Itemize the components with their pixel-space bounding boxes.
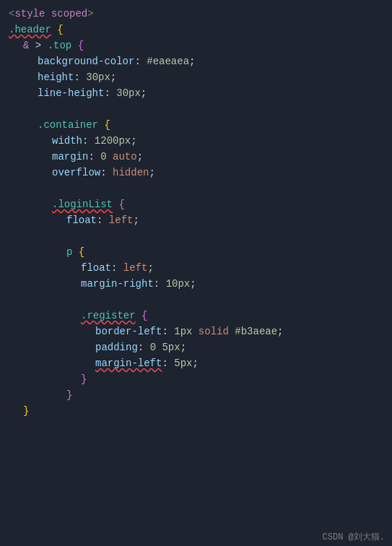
code-line	[0, 230, 392, 246]
token-number: 0	[100, 151, 106, 162]
token-keyword: style	[14, 8, 45, 20]
token-white	[71, 40, 77, 51]
code-line: margin-right: 10px;	[0, 277, 392, 293]
token-property: width	[52, 135, 82, 147]
code-line: .container {	[0, 118, 392, 134]
editor: <style scoped>.header {& > .top {backgro…	[0, 0, 392, 546]
token-punct: ;	[147, 262, 153, 274]
code-line: width: 1200px;	[0, 134, 392, 150]
code-line: }	[0, 373, 392, 389]
token-punct: :	[154, 278, 166, 290]
code-line: padding: 0 5px;	[0, 341, 392, 357]
token-angle: <	[9, 8, 14, 20]
token-punct: :	[162, 326, 174, 337]
code-line: float: left;	[0, 261, 392, 277]
code-line: .register {	[0, 309, 392, 325]
token-white	[229, 326, 235, 337]
code-line: margin-left: 5px;	[0, 357, 392, 373]
token-white	[29, 40, 35, 51]
bottom-bar-text: CSDN @刘大猫.	[323, 532, 385, 542]
token-punct: :	[134, 56, 147, 67]
bottom-bar: CSDN @刘大猫.	[315, 528, 392, 546]
token-punct: ;	[277, 326, 283, 337]
token-number: 30px	[116, 87, 141, 99]
token-selector-wavy: .register	[81, 310, 136, 321]
token-white	[107, 151, 113, 162]
token-punct: :	[97, 214, 109, 226]
code-line: .loginList {	[0, 198, 392, 214]
token-hash: #b3aeae	[235, 326, 277, 337]
token-punct: :	[162, 358, 174, 369]
token-brace3: {	[104, 119, 110, 131]
token-property: padding	[95, 342, 138, 353]
code-line: & > .top {	[0, 39, 392, 55]
token-selector-wavy: .loginList	[52, 199, 113, 210]
code-line: }	[0, 389, 392, 404]
token-value: left	[109, 214, 134, 226]
token-property: float	[81, 262, 111, 274]
token-selector-wavy: .header	[9, 24, 51, 35]
token-punct: ;	[141, 87, 147, 99]
token-number: 10px	[166, 278, 191, 290]
token-white	[136, 310, 141, 321]
token-value: solid	[199, 326, 229, 337]
token-punct: >	[35, 40, 48, 51]
token-property-wavy: margin-left	[95, 358, 162, 369]
token-punct: ;	[180, 342, 186, 353]
token-brace-close: }	[66, 389, 72, 401]
code-line: <style scoped>	[0, 7, 392, 23]
code-line: p {	[0, 246, 392, 261]
token-selector: .container	[38, 119, 98, 131]
code-line	[0, 103, 392, 118]
token-number: 5px	[174, 358, 192, 369]
token-value: hidden	[113, 167, 149, 178]
token-brace5: {	[79, 246, 84, 258]
token-brace-close2: }	[23, 405, 29, 417]
code-line	[0, 293, 392, 309]
token-punct: ;	[131, 135, 136, 147]
token-punct: :	[111, 262, 123, 274]
token-brace4: {	[118, 199, 124, 210]
token-punct: :	[100, 167, 113, 178]
token-property: margin-right	[81, 278, 154, 290]
code-line: overflow: hidden;	[0, 166, 392, 182]
code-line: height: 30px;	[0, 71, 392, 87]
token-white	[72, 246, 78, 258]
token-punct: :	[74, 72, 86, 83]
token-property: overflow	[52, 167, 100, 178]
code-line: border-left: 1px solid #b3aeae;	[0, 325, 392, 341]
code-line: line-height: 30px;	[0, 87, 392, 103]
token-hash: #eaeaea	[147, 56, 189, 67]
token-number: 30px	[86, 72, 110, 83]
token-punct: :	[82, 135, 95, 147]
token-brace1: {	[57, 24, 63, 35]
token-punct: ;	[137, 151, 143, 162]
token-punct: ;	[190, 278, 196, 290]
token-white	[51, 24, 57, 35]
token-ampersand: &	[23, 40, 29, 51]
code-line: margin: 0 auto;	[0, 150, 392, 166]
token-number: 1200px	[95, 135, 131, 147]
code-line: }	[0, 404, 392, 420]
token-property: height	[38, 72, 74, 83]
token-property: background-color	[38, 56, 134, 67]
token-white	[156, 342, 162, 353]
token-property: margin	[52, 151, 88, 162]
token-punct: ;	[133, 214, 139, 226]
token-brace2: {	[78, 40, 84, 51]
token-punct: :	[104, 87, 116, 99]
token-brace-close: }	[81, 373, 87, 385]
token-number: 1px	[174, 326, 192, 337]
token-property: border-left	[95, 326, 162, 337]
token-punct: ;	[149, 167, 154, 178]
token-white	[192, 326, 198, 337]
token-punct: :	[138, 342, 150, 353]
token-punct: ;	[192, 358, 198, 369]
token-white	[45, 8, 51, 20]
token-value: left	[123, 262, 148, 274]
token-angle: >	[87, 8, 93, 20]
token-brace6: {	[141, 310, 147, 321]
token-punct: ;	[110, 72, 116, 83]
token-white	[113, 199, 118, 210]
token-punct: :	[88, 151, 100, 162]
